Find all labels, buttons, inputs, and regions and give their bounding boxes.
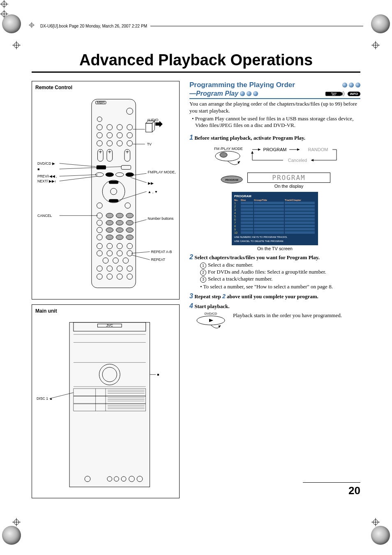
bluedot-icon <box>247 91 251 96</box>
svg-text:■: ■ <box>37 167 39 171</box>
svg-point-60 <box>106 213 113 218</box>
tv-row: 8 <box>234 225 316 228</box>
program-button-icon: PROGRAM <box>219 175 244 184</box>
registration-mark-icon <box>12 518 21 526</box>
registration-mark-icon <box>0 10 392 20</box>
registration-mark-icon <box>371 518 380 526</box>
svg-text:REPEAT A-B: REPEAT A-B <box>151 250 172 254</box>
main-unit-diagram: Main unit JVC <box>32 304 180 498</box>
crop-sphere-icon <box>2 14 21 33</box>
step-num-3: 3 <box>189 292 193 299</box>
info-badge: INFO <box>348 92 360 96</box>
display-text: PROGRAM <box>247 173 330 183</box>
tv-head: PROGRAM <box>234 194 316 198</box>
bluedot-icon <box>355 83 360 88</box>
step-text-2: Select chapters/tracks/files you want fo… <box>194 254 320 260</box>
intro-text: You can arrange the playing order of the… <box>189 101 360 115</box>
registration-mark-icon <box>29 22 35 30</box>
svg-text:PREV/ı◀◀ ,: PREV/ı◀◀ , <box>37 174 57 178</box>
svg-text:NEXT/ ▶▶ı: NEXT/ ▶▶ı <box>37 179 56 183</box>
tv-row: 10 <box>234 231 316 234</box>
step-text-4: Start playback. <box>194 303 229 309</box>
step4-result: Playback starts in the order you have pr… <box>233 312 342 319</box>
svg-point-62 <box>126 213 134 218</box>
svg-text:■: ■ <box>157 373 159 377</box>
tv-row: 5 <box>234 215 316 218</box>
svg-text:FM /PLAY MODE: FM /PLAY MODE <box>214 147 243 151</box>
svg-marker-168 <box>258 148 261 151</box>
registration-mark-icon <box>371 41 380 49</box>
page-title: Advanced Playback Operations <box>32 51 360 69</box>
svg-point-161 <box>215 151 240 161</box>
step2-note: • To select a number, see "How to select… <box>200 283 360 290</box>
header-stamp: DX-U6[U].book Page 20 Monday, March 26, … <box>40 24 147 28</box>
svg-marker-114 <box>152 121 154 132</box>
svg-text:Remote: Remote <box>331 92 337 94</box>
svg-point-52 <box>126 173 134 177</box>
tv-row: 1 <box>234 202 316 205</box>
svg-point-68 <box>106 228 113 233</box>
svg-text:PROGRAM: PROGRAM <box>263 147 287 152</box>
svg-point-50 <box>106 173 114 177</box>
svg-rect-56 <box>109 199 118 203</box>
svg-text:FM/PLAY MODE, ıı: FM/PLAY MODE, ıı <box>148 170 176 174</box>
svg-marker-177 <box>209 319 213 322</box>
registration-mark-icon <box>0 0 392 10</box>
section-title-text: Programming the Playing Order <box>189 81 295 89</box>
crop-sphere-icon <box>371 14 390 33</box>
svg-point-72 <box>106 235 113 240</box>
svg-point-162 <box>220 152 227 157</box>
svg-point-64 <box>106 220 113 225</box>
svg-point-70 <box>126 228 134 233</box>
substep-a: 1Select a disc number. <box>200 262 360 269</box>
substep-c: 3Select a track/chapter number. <box>200 276 360 283</box>
tv-row: 9 <box>234 228 316 231</box>
svg-text:▶▶: ▶▶ <box>148 182 154 186</box>
step-num-2: 2 <box>189 253 193 260</box>
on-tv-caption: On the TV screen <box>189 246 360 251</box>
page-number: 20 <box>303 482 360 497</box>
substep-b: 2For DVDs and Audio files: Select a grou… <box>200 269 360 276</box>
svg-rect-21 <box>92 99 136 288</box>
title-rule <box>32 71 360 73</box>
tv-row: 7 <box>234 221 316 224</box>
remote-control-diagram: Remote Control MBR <box>32 81 180 299</box>
main-unit-title: Main unit <box>35 308 176 314</box>
play-button-icon: DVD/CD <box>194 311 228 332</box>
header-stamp-row: DX-U6[U].book Page 20 Monday, March 26, … <box>29 23 363 29</box>
crop-sphere-icon <box>2 526 21 545</box>
svg-point-69 <box>116 228 123 233</box>
tv-row: 3 <box>234 208 316 211</box>
tv-footer-1: USE NUMERIC KEYS TO PROGRAM TRACKS. <box>234 236 316 239</box>
svg-text:TV: TV <box>147 142 152 146</box>
svg-line-109 <box>134 220 146 223</box>
svg-point-61 <box>116 213 123 218</box>
svg-rect-112 <box>146 123 152 132</box>
svg-text:DVD/CD ▶: DVD/CD ▶ <box>37 161 55 166</box>
svg-text:AUDIO: AUDIO <box>147 118 159 122</box>
svg-point-65 <box>116 220 123 225</box>
section-subtitle: —Program Play Remote ONLY INFO <box>189 90 360 99</box>
section-title: Programming the Playing Order <box>189 81 360 89</box>
step-num-1: 1 <box>189 134 193 141</box>
svg-line-94 <box>60 164 96 167</box>
remote-only-icon: Remote ONLY <box>325 91 346 97</box>
svg-text:CANCEL: CANCEL <box>37 214 52 218</box>
svg-text:▲ , ▼: ▲ , ▼ <box>148 190 158 194</box>
svg-text:RANDOM: RANDOM <box>308 147 328 152</box>
bluedot-icon <box>349 83 354 88</box>
mode-cycle-diagram: FM /PLAY MODE PROGRAM RANDOM Canceled <box>205 144 345 168</box>
tv-screen-mock: PROGRAM No. Disc Group/Title Track/Chapt… <box>232 192 318 245</box>
step-num-4: 4 <box>189 302 193 309</box>
svg-text:Number buttons: Number buttons <box>148 216 174 221</box>
svg-marker-171 <box>311 159 314 161</box>
bluedot-icon <box>253 91 258 96</box>
svg-marker-172 <box>251 151 254 154</box>
svg-point-74 <box>126 235 134 240</box>
remote-svg: MBR <box>35 93 176 294</box>
tv-footer-2: USE CANCEL TO DELETE THE PROGRAM. <box>234 240 316 243</box>
bluedot-icon <box>240 91 245 96</box>
svg-marker-170 <box>297 148 300 151</box>
svg-text:ONLY: ONLY <box>332 94 336 96</box>
remote-title: Remote Control <box>35 85 176 90</box>
